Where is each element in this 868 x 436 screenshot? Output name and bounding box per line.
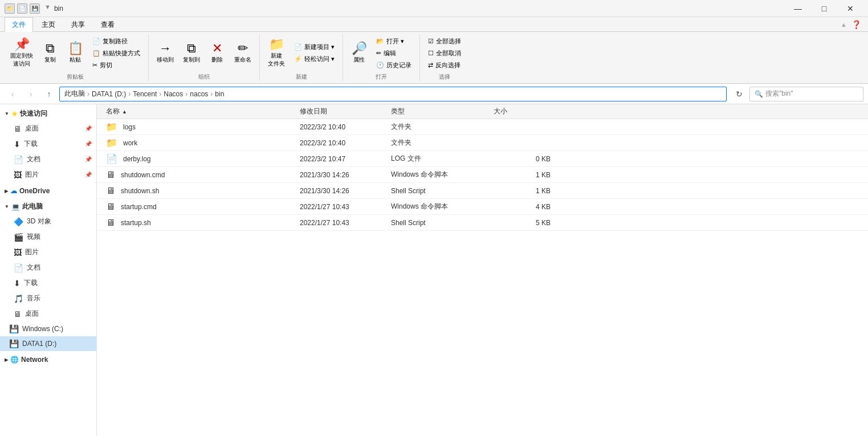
table-row[interactable]: 🖥 shutdown.cmd 2021/3/30 14:26 Windows 命…	[97, 167, 868, 183]
sidebar-header-quickaccess[interactable]: ▼ ★ 快速访问	[0, 107, 96, 121]
sidebar-item-desktop-quick[interactable]: 🖥 桌面 📌	[0, 121, 96, 136]
expand-icon-pc: ▼	[5, 204, 9, 209]
search-box[interactable]: 🔍 搜索"bin"	[749, 87, 863, 101]
ribbon-group-clipboard: 📌 固定到快 速访问 ⧉ 复制 📋 粘贴 📄 复制路径	[5, 34, 149, 81]
sidebar-item-desktop2-label: 桌面	[25, 309, 39, 319]
sidebar-item-video[interactable]: 🎬 视频	[0, 229, 96, 245]
paste-shortcut-button[interactable]: 📋 粘贴快捷方式	[89, 48, 144, 59]
sidebar-item-downloads[interactable]: ⬇ 下载	[0, 275, 96, 291]
forward-button[interactable]: ›	[23, 86, 39, 102]
back-button[interactable]: ‹	[5, 86, 21, 102]
refresh-button[interactable]: ↻	[731, 86, 747, 102]
col-header-date[interactable]: 修改日期	[300, 107, 391, 116]
paste-icon: 📋	[68, 42, 83, 55]
sidebar-item-desktop[interactable]: 🖥 桌面	[0, 306, 96, 321]
sidebar-item-3d[interactable]: 🔷 3D 对象	[0, 214, 96, 229]
table-row[interactable]: 🖥 startup.sh 2022/1/27 10:43 Shell Scrip…	[97, 215, 868, 231]
col-header-size[interactable]: 大小	[494, 107, 551, 116]
up-button[interactable]: ↑	[41, 86, 57, 102]
new-label: 新建	[264, 72, 338, 81]
rename-button[interactable]: ✏ 重命名	[231, 40, 255, 66]
file-name: logs	[123, 123, 136, 131]
sidebar-header-thispc[interactable]: ▼ 💻 此电脑	[0, 199, 96, 214]
copy-to-button[interactable]: ⧉ 复制到	[180, 40, 203, 66]
sidebar-item-docs-quick[interactable]: 📄 文档 📌	[0, 152, 96, 167]
tab-file[interactable]: 文件	[5, 17, 33, 32]
titlebar-left: 📁 📄 💾 ▼ bin	[5, 3, 63, 14]
sidebar-header-onedrive-label: OneDrive	[19, 187, 50, 195]
copy-path-label: 复制路径	[103, 37, 128, 46]
sidebar-item-pictures2-label: 图片	[25, 247, 39, 257]
3d-icon: 🔷	[14, 217, 23, 226]
invert-select-label: 反向选择	[435, 61, 461, 70]
titlebar-icon-doc[interactable]: 📄	[17, 3, 27, 14]
titlebar-icon-save[interactable]: 💾	[30, 3, 40, 14]
sidebar-item-downloads-quick[interactable]: ⬇ 下载 📌	[0, 136, 96, 152]
titlebar-icon-folder[interactable]: 📁	[5, 3, 15, 14]
table-row[interactable]: 📄 derby.log 2022/3/2 10:47 LOG 文件 0 KB	[97, 151, 868, 167]
breadcrumb-part-1[interactable]: 此电脑	[64, 89, 85, 99]
file-date: 2022/1/27 10:43	[300, 219, 391, 227]
maximize-button[interactable]: □	[811, 0, 837, 17]
delete-label: 删除	[211, 56, 223, 64]
new-folder-button[interactable]: 📁 新建 文件夹	[264, 36, 288, 70]
select-all-button[interactable]: ☑ 全部选择	[425, 36, 464, 47]
open-group-label: 打开	[348, 72, 415, 81]
table-row[interactable]: 📁 work 2022/3/2 10:40 文件夹	[97, 135, 868, 151]
table-row[interactable]: 🖥 shutdown.sh 2021/3/30 14:26 Shell Scri…	[97, 183, 868, 199]
help-button[interactable]: ❓	[849, 20, 863, 29]
tab-view[interactable]: 查看	[93, 17, 122, 32]
properties-icon: 🔎	[352, 42, 367, 55]
sidebar-item-pictures[interactable]: 🖼 图片	[0, 245, 96, 260]
sidebar-drive-c[interactable]: 💾 Windows (C:)	[0, 321, 96, 336]
organize-buttons: → 移动到 ⧉ 复制到 ✕ 删除 ✏ 重命名	[153, 34, 255, 72]
breadcrumb-part-4[interactable]: Nacos	[164, 90, 183, 98]
minimize-button[interactable]: —	[785, 0, 811, 17]
table-row[interactable]: 📁 logs 2022/3/2 10:40 文件夹	[97, 119, 868, 135]
invert-select-button[interactable]: ⇄ 反向选择	[425, 60, 464, 71]
file-name: startup.cmd	[121, 203, 157, 211]
sidebar-item-music[interactable]: 🎵 音乐	[0, 291, 96, 306]
delete-button[interactable]: ✕ 删除	[206, 40, 229, 66]
clipboard-label: 剪贴板	[7, 72, 144, 81]
breadcrumb-part-2[interactable]: DATA1 (D:)	[92, 90, 126, 98]
edit-button[interactable]: ✏ 编辑	[373, 48, 415, 59]
breadcrumb[interactable]: 此电脑 › DATA1 (D:) › Tencent › Nacos › nac…	[59, 87, 727, 101]
close-button[interactable]: ✕	[837, 0, 863, 17]
history-button[interactable]: 🕐 历史记录	[373, 60, 415, 71]
new-item-button[interactable]: 📄 新建项目 ▾	[291, 42, 338, 52]
sidebar-header-onedrive[interactable]: ▶ ☁ OneDrive	[0, 185, 96, 197]
table-row[interactable]: 🖥 startup.cmd 2022/1/27 10:43 Windows 命令…	[97, 199, 868, 215]
pictures-icon: 🖼	[14, 170, 22, 180]
col-header-type[interactable]: 类型	[391, 107, 494, 116]
breadcrumb-part-6[interactable]: bin	[215, 90, 224, 98]
col-type-label: 类型	[391, 107, 405, 115]
col-header-name[interactable]: 名称 ▲	[106, 107, 300, 116]
sidebar-drive-d[interactable]: 💾 DATA1 (D:)	[0, 336, 96, 351]
pin-to-quickaccess-button[interactable]: 📌 固定到快 速访问	[7, 36, 36, 70]
ribbon-group-select: ☑ 全部选择 ☐ 全部取消 ⇄ 反向选择 选择	[422, 34, 469, 81]
cut-button[interactable]: ✂ 剪切	[89, 60, 144, 71]
move-to-button[interactable]: → 移动到	[153, 40, 177, 66]
copy-button[interactable]: ⧉ 复制	[39, 40, 62, 66]
properties-button[interactable]: 🔎 属性	[348, 40, 370, 66]
sidebar: ▼ ★ 快速访问 🖥 桌面 📌 ⬇ 下载 📌 📄 文档 📌 🖼 图片	[0, 104, 97, 436]
copy-path-button[interactable]: 📄 复制路径	[89, 36, 144, 47]
tab-home[interactable]: 主页	[34, 17, 63, 32]
file-date: 2022/3/2 10:40	[300, 123, 391, 131]
clipboard-buttons: 📌 固定到快 速访问 ⧉ 复制 📋 粘贴 📄 复制路径	[7, 34, 144, 72]
breadcrumb-part-3[interactable]: Tencent	[133, 90, 157, 98]
sidebar-item-3d-label: 3D 对象	[27, 217, 51, 226]
sidebar-item-docs[interactable]: 📄 文档	[0, 260, 96, 275]
breadcrumb-part-5[interactable]: nacos	[190, 90, 208, 98]
breadcrumb-sep-2: ›	[128, 90, 131, 98]
open-button[interactable]: 📂 打开 ▾	[373, 36, 415, 47]
easy-access-button[interactable]: ⚡ 轻松访问 ▾	[291, 54, 338, 64]
file-name: derby.log	[123, 155, 150, 163]
select-none-button[interactable]: ☐ 全部取消	[425, 48, 464, 59]
sidebar-header-network[interactable]: ▶ 🌐 7 个项目 Network	[0, 353, 96, 366]
sidebar-item-pictures-quick[interactable]: 🖼 图片 📌	[0, 167, 96, 182]
tab-share[interactable]: 共享	[64, 17, 92, 32]
paste-button[interactable]: 📋 粘贴	[64, 40, 87, 66]
docs2-icon: 📄	[14, 263, 23, 272]
